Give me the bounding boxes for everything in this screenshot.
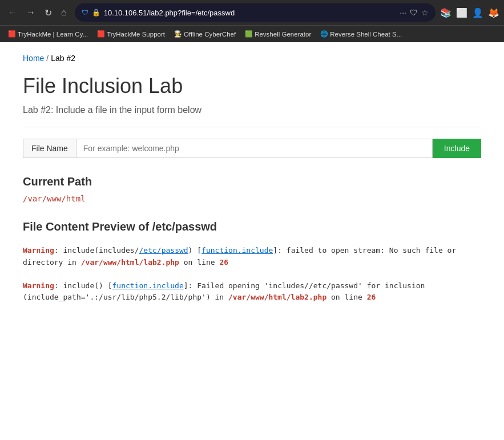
address-bar-icons: ··· 🛡 ☆ — [400, 8, 429, 17]
bookmark-icon-5: 🌐 — [320, 30, 328, 38]
nav-buttons: ← → ↻ ⌂ — [5, 5, 70, 21]
current-path-value: /var/www/html — [23, 194, 481, 203]
breadcrumb-separator: / — [46, 54, 49, 63]
refresh-button[interactable]: ↻ — [41, 5, 55, 21]
include-button[interactable]: Include — [433, 139, 481, 158]
bookmark-icon-3: 👨‍🍳 — [174, 30, 182, 38]
address-bar-container: 🛡 🔒 ··· 🛡 ☆ — [75, 3, 436, 22]
file-preview-heading-prefix: File Content Preview of — [23, 220, 152, 233]
back-button[interactable]: ← — [5, 5, 21, 20]
warning-function-link-2[interactable]: function.include — [112, 281, 184, 290]
page-content: Home / Lab #2 File Inclusion Lab Lab #2:… — [0, 42, 504, 326]
profile-icon[interactable]: 👤 — [472, 7, 483, 18]
page-subtitle: Lab #2: Include a file in the input form… — [23, 105, 481, 115]
warning-label-2: Warning — [23, 281, 54, 290]
bookmark-tryhackme-support[interactable]: 🟥 TryHackMe Support — [94, 29, 168, 39]
shield-icon: 🛡 — [82, 9, 88, 17]
warning-label-1: Warning — [23, 246, 54, 255]
page-title: File Inclusion Lab — [23, 74, 481, 98]
warning-colon-1: : include(includes/ — [54, 246, 139, 255]
browser-toolbar: ← → ↻ ⌂ 🛡 🔒 ··· 🛡 ☆ 📚 ⬜ 👤 🦊 — [0, 0, 504, 25]
home-button[interactable]: ⌂ — [58, 5, 70, 20]
tabs-icon[interactable]: ⬜ — [456, 7, 467, 18]
file-preview-heading: File Content Preview of /etc/passwd — [23, 220, 481, 233]
forward-button[interactable]: → — [23, 5, 39, 20]
warning-text-1a: ) [ — [188, 246, 201, 255]
file-name-input[interactable] — [76, 139, 433, 158]
lock-icon: 🔒 — [92, 9, 100, 17]
bookmark-reverse-shell-cheat[interactable]: 🌐 Reverse Shell Cheat S... — [317, 29, 405, 39]
bookmark-revshell[interactable]: 🟩 Revshell Generator — [241, 29, 315, 39]
include-form: File Name Include — [23, 139, 481, 158]
bookmark-cyberchef[interactable]: 👨‍🍳 Offline CyberChef — [171, 29, 239, 39]
library-icon[interactable]: 📚 — [440, 7, 451, 18]
divider — [23, 127, 481, 127]
more-icon[interactable]: ··· — [400, 8, 406, 17]
bookmark-label-3: Offline CyberChef — [184, 31, 236, 38]
bookmark-icon-4: 🟩 — [245, 30, 253, 38]
bookmark-label-4: Revshell Generator — [255, 31, 311, 38]
star-icon[interactable]: ☆ — [421, 8, 429, 17]
current-path-heading: Current Path — [23, 175, 481, 188]
bookmark-label-5: Reverse Shell Cheat S... — [330, 31, 402, 38]
warning-block-1: Warning: include(includes//etc/passwd) [… — [23, 245, 481, 269]
bookmark-label-2: TryHackMe Support — [107, 31, 165, 38]
bookmark-tryhackme-learn[interactable]: 🟥 TryHackMe | Learn Cy... — [5, 29, 91, 39]
breadcrumb-home[interactable]: Home — [23, 54, 44, 63]
bookmark-icon-1: 🟥 — [8, 30, 16, 38]
menu-icon[interactable]: 🦊 — [488, 7, 499, 18]
bookmark-icon-2: 🟥 — [97, 30, 105, 38]
warning-colon-2: : include() [ — [54, 281, 112, 290]
breadcrumb: Home / Lab #2 — [23, 54, 481, 63]
bookmark-label-1: TryHackMe | Learn Cy... — [18, 31, 88, 38]
warning-function-link-1[interactable]: function.include — [201, 246, 273, 255]
file-preview-filename: /etc/passwd — [152, 220, 217, 233]
browser-right-icons: 📚 ⬜ 👤 🦊 — [440, 7, 499, 18]
warning-link-1[interactable]: /etc/passwd — [139, 246, 188, 255]
form-label: File Name — [23, 139, 76, 158]
breadcrumb-current: Lab #2 — [51, 54, 75, 63]
warning-block-2: Warning: include() [function.include]: F… — [23, 280, 481, 304]
bookmarks-bar: 🟥 TryHackMe | Learn Cy... 🟥 TryHackMe Su… — [0, 25, 504, 42]
browser-chrome: ← → ↻ ⌂ 🛡 🔒 ··· 🛡 ☆ 📚 ⬜ 👤 🦊 🟥 TryHackMe … — [0, 0, 504, 42]
shield-verify-icon: 🛡 — [410, 8, 418, 17]
address-bar[interactable] — [104, 9, 397, 17]
